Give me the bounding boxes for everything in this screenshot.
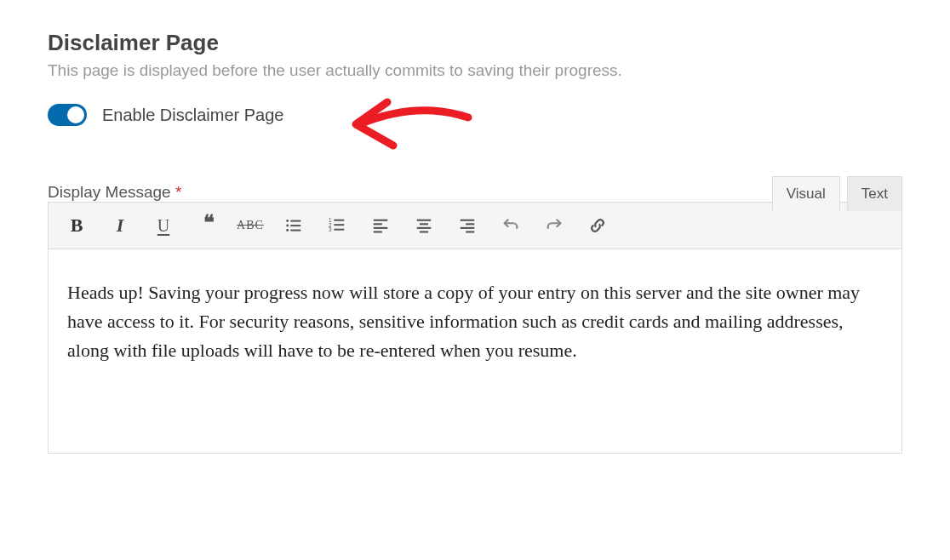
svg-rect-7 [334, 220, 344, 221]
align-center-button[interactable] [411, 213, 437, 238]
svg-rect-1 [290, 220, 300, 222]
link-button[interactable] [585, 213, 610, 238]
svg-text:3: 3 [329, 226, 332, 232]
bullet-list-button[interactable] [281, 213, 306, 238]
enable-disclaimer-label: Enable Disclaimer Page [102, 106, 283, 125]
toggle-knob [67, 106, 84, 123]
underline-button[interactable]: U [151, 213, 176, 238]
strikethrough-button[interactable]: ABC [238, 213, 263, 238]
section-description: This page is displayed before the user a… [48, 61, 902, 80]
enable-disclaimer-toggle[interactable] [48, 104, 87, 126]
svg-rect-23 [466, 231, 474, 232]
tab-visual[interactable]: Visual [772, 176, 840, 211]
svg-rect-16 [417, 220, 432, 221]
svg-point-0 [286, 220, 289, 222]
svg-rect-19 [420, 231, 428, 232]
svg-rect-5 [290, 230, 300, 231]
italic-button[interactable]: I [107, 213, 133, 238]
enable-disclaimer-row: Enable Disclaimer Page [48, 104, 902, 126]
svg-rect-21 [466, 223, 474, 225]
align-left-button[interactable] [368, 213, 393, 238]
numbered-list-button[interactable]: 123 [324, 213, 350, 238]
section-title: Disclaimer Page [48, 30, 902, 56]
svg-rect-18 [417, 227, 432, 229]
undo-button[interactable] [498, 213, 524, 238]
svg-point-2 [286, 225, 289, 227]
svg-rect-11 [334, 229, 344, 231]
svg-rect-3 [290, 225, 300, 226]
editor: B I U ❝ ABC 123 Heads up! Saving your pr… [48, 202, 902, 454]
svg-rect-17 [420, 223, 428, 225]
redo-button[interactable] [541, 213, 567, 238]
tab-text[interactable]: Text [847, 176, 902, 211]
editor-content[interactable]: Heads up! Saving your progress now will … [48, 249, 902, 454]
svg-rect-12 [374, 220, 388, 221]
display-message-label: Display Message * [48, 183, 181, 202]
svg-rect-15 [374, 231, 382, 232]
svg-rect-14 [374, 227, 388, 229]
svg-rect-13 [374, 223, 382, 225]
field-label-text: Display Message [48, 183, 171, 201]
align-right-button[interactable] [455, 213, 480, 238]
blockquote-button[interactable]: ❝ [194, 213, 220, 238]
svg-point-4 [286, 229, 289, 231]
svg-rect-20 [461, 220, 475, 221]
svg-rect-9 [334, 224, 344, 226]
svg-rect-22 [461, 227, 475, 229]
required-indicator: * [175, 183, 181, 201]
editor-tabs: Visual Text [772, 175, 902, 210]
bold-button[interactable]: B [64, 213, 89, 238]
